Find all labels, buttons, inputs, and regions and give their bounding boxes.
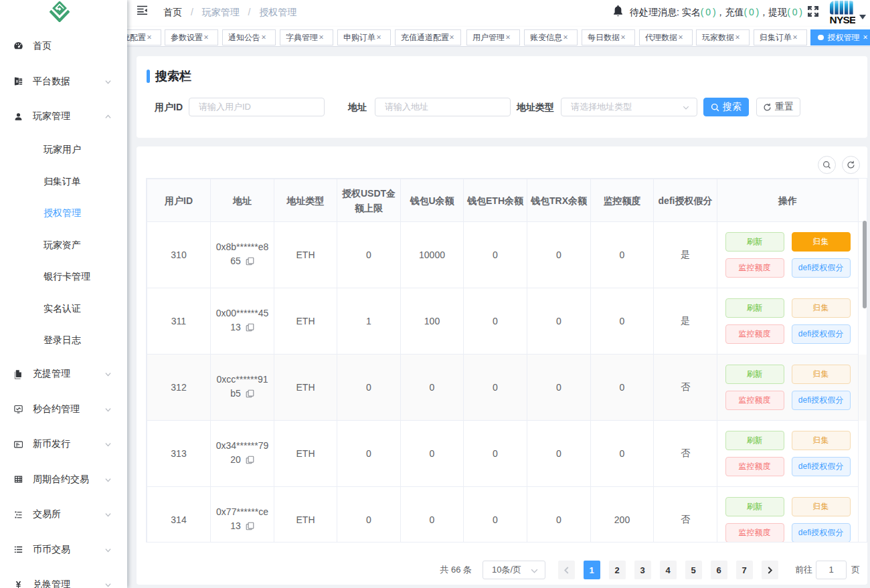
svg-text:NYSE: NYSE xyxy=(830,14,855,25)
